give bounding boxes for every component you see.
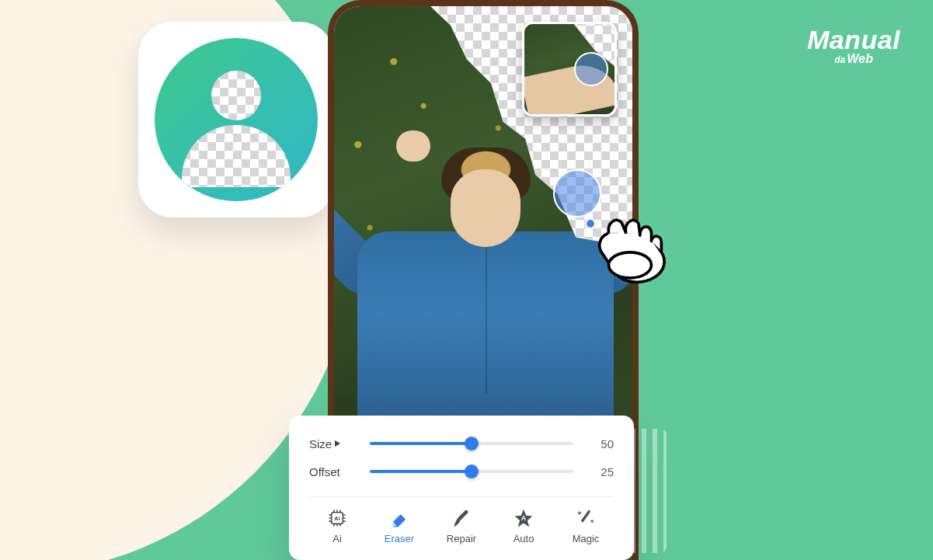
magnifier-preview bbox=[522, 22, 617, 117]
person-silhouette-head-icon bbox=[211, 71, 261, 120]
expand-caret-icon[interactable] bbox=[335, 440, 340, 447]
offset-slider-row: Offset 25 bbox=[309, 457, 614, 485]
repair-brush-icon bbox=[450, 506, 473, 530]
ai-chip-icon: AI bbox=[326, 506, 349, 530]
pointing-hand-icon bbox=[587, 208, 673, 294]
tool-ai[interactable]: AI Ai bbox=[309, 506, 365, 544]
tool-magic[interactable]: Magic bbox=[558, 506, 614, 544]
app-icon-circle bbox=[155, 38, 318, 201]
offset-slider-thumb[interactable] bbox=[465, 464, 479, 478]
auto-star-icon: A bbox=[512, 506, 535, 530]
person-silhouette-body-icon bbox=[182, 125, 291, 187]
size-value: 50 bbox=[587, 437, 614, 450]
size-slider-thumb[interactable] bbox=[465, 437, 479, 450]
tool-auto[interactable]: A Auto bbox=[496, 506, 552, 544]
magic-wand-icon bbox=[574, 506, 597, 530]
brand-logo: Manual daWeb bbox=[807, 26, 900, 65]
decorative-stripes bbox=[631, 429, 667, 553]
tool-row: AI Ai Eraser Repair bbox=[309, 496, 614, 544]
app-icon bbox=[138, 22, 334, 217]
size-slider-row: Size 50 bbox=[309, 430, 614, 457]
svg-text:AI: AI bbox=[334, 515, 339, 522]
size-label: Size bbox=[309, 437, 365, 450]
offset-slider[interactable] bbox=[370, 470, 573, 473]
tool-eraser[interactable]: Eraser bbox=[371, 506, 427, 544]
size-slider[interactable] bbox=[370, 442, 573, 445]
svg-point-0 bbox=[609, 252, 652, 278]
svg-text:A: A bbox=[521, 514, 527, 522]
eraser-icon bbox=[388, 506, 411, 530]
brand-sub-text: daWeb bbox=[807, 53, 900, 65]
magnifier-brush-dot-icon bbox=[574, 52, 608, 86]
brand-main-text: Manual bbox=[807, 26, 900, 53]
svg-rect-4 bbox=[581, 510, 591, 523]
offset-label: Offset bbox=[309, 465, 365, 478]
eraser-controls-panel: Size 50 Offset 25 AI Ai bbox=[289, 416, 634, 560]
offset-value: 25 bbox=[587, 465, 614, 478]
tool-repair[interactable]: Repair bbox=[433, 506, 489, 544]
